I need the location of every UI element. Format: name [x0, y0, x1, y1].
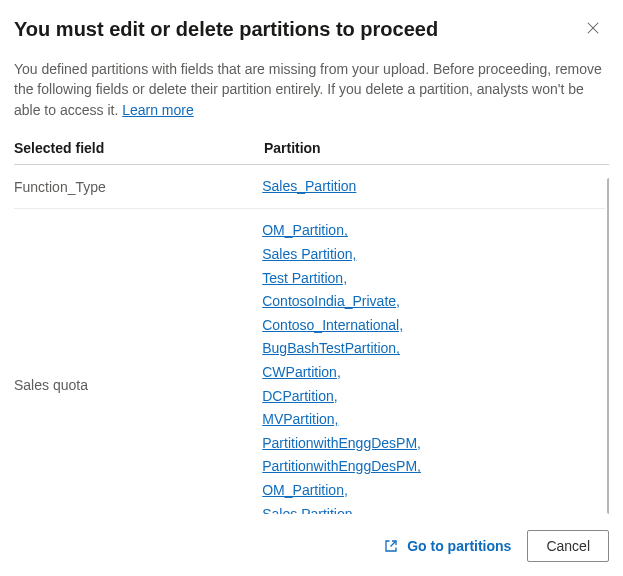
go-to-partitions-link[interactable]: Go to partitions: [383, 538, 511, 554]
table-row: Sales quotaOM_Partition,Sales Partition,…: [14, 209, 605, 514]
svg-line-2: [391, 541, 397, 547]
partition-link[interactable]: Sales Partition,: [262, 245, 605, 265]
dialog-header: You must edit or delete partitions to pr…: [14, 18, 609, 41]
table-header: Selected field Partition: [14, 140, 609, 165]
table-row: Function_TypeSales_Partition: [14, 165, 605, 210]
partition-link[interactable]: Test Partition,: [262, 269, 605, 289]
partition-table: Selected field Partition Function_TypeSa…: [14, 140, 609, 514]
close-icon: [586, 21, 600, 35]
partition-list-cell: OM_Partition,Sales Partition,Test Partit…: [262, 221, 605, 514]
partition-link[interactable]: ContosoIndia_Private,: [262, 292, 605, 312]
column-header-field: Selected field: [14, 140, 264, 156]
dialog-footer: Go to partitions Cancel: [14, 514, 609, 562]
partition-link[interactable]: OM_Partition,: [262, 221, 605, 241]
description-text: You defined partitions with fields that …: [14, 61, 602, 118]
partition-link[interactable]: Contoso_International,: [262, 316, 605, 336]
partition-list-cell: Sales_Partition: [262, 177, 605, 197]
partition-link[interactable]: PartitionwithEnggDesPM,: [262, 457, 605, 477]
scrollbar[interactable]: [607, 178, 609, 514]
partition-link[interactable]: PartitionwithEnggDesPM,: [262, 434, 605, 454]
cancel-button[interactable]: Cancel: [527, 530, 609, 562]
close-button[interactable]: [583, 18, 603, 38]
partition-link[interactable]: BugBashTestPartition,: [262, 339, 605, 359]
dialog-description: You defined partitions with fields that …: [14, 59, 609, 120]
column-header-partition: Partition: [264, 140, 609, 156]
learn-more-link[interactable]: Learn more: [122, 102, 194, 118]
open-external-icon: [383, 538, 399, 554]
table-body[interactable]: Function_TypeSales_PartitionSales quotaO…: [14, 165, 609, 514]
partition-link[interactable]: DCPartition,: [262, 387, 605, 407]
partition-link[interactable]: OM_Partition,: [262, 481, 605, 501]
field-name-cell: Function_Type: [14, 179, 262, 195]
partition-link[interactable]: MVPartition,: [262, 410, 605, 430]
partition-link[interactable]: CWPartition,: [262, 363, 605, 383]
go-to-partitions-label: Go to partitions: [407, 538, 511, 554]
field-name-cell: Sales quota: [14, 377, 262, 393]
partition-link[interactable]: Sales Partition,: [262, 505, 605, 514]
dialog-title: You must edit or delete partitions to pr…: [14, 18, 438, 41]
partition-link[interactable]: Sales_Partition: [262, 177, 605, 197]
dialog: You must edit or delete partitions to pr…: [0, 0, 623, 576]
